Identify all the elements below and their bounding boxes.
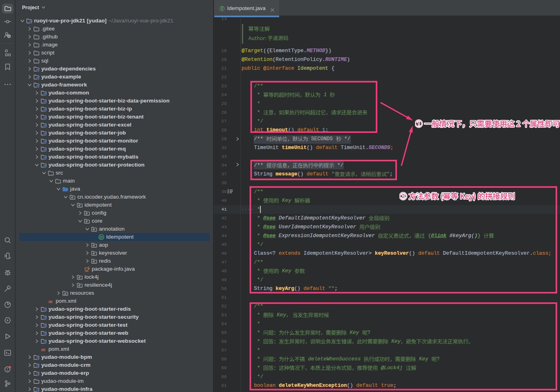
svg-text:m: m — [48, 298, 52, 304]
svg-text:@: @ — [99, 235, 103, 239]
svg-text:m: m — [41, 346, 45, 352]
svg-text:?: ? — [8, 35, 10, 38]
